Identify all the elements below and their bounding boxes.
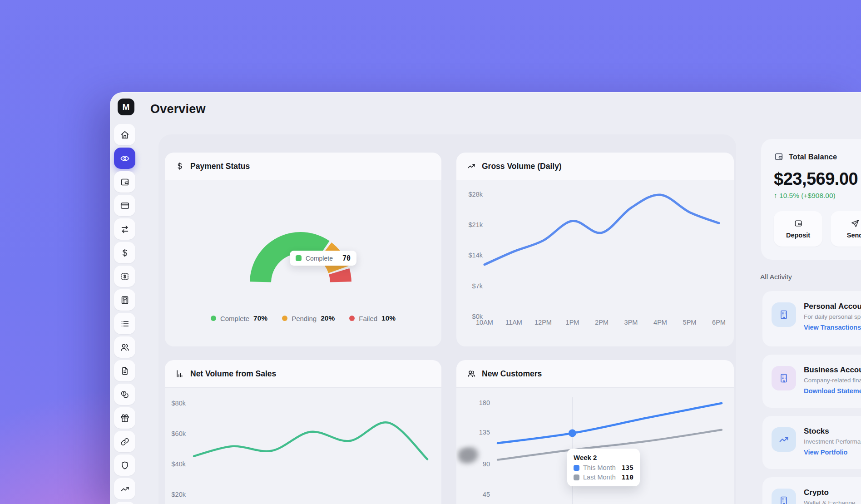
card-title: New Customers	[482, 369, 542, 379]
sidebar	[114, 124, 135, 504]
list-icon	[120, 319, 130, 329]
y-axis-tick: $21k	[456, 221, 483, 228]
shield-icon	[120, 460, 130, 470]
tooltip-label: This Month	[583, 464, 616, 471]
total-balance-card: Total Balance $23,569.00 ↑ 10.5% (+$908.…	[761, 139, 861, 260]
gross-volume-header: Gross Volume (Daily)	[456, 153, 734, 180]
sidebar-item-links[interactable]	[114, 431, 135, 452]
activity-item-content: Business Account Company-related finance…	[804, 366, 861, 395]
legend-value: 20%	[321, 314, 335, 322]
chart-tooltip: Week 2 This Month 135 Last Month 110	[567, 449, 640, 486]
dashboard-panel: M Overview	[110, 92, 861, 504]
sidebar-item-home[interactable]	[114, 124, 135, 145]
trending-up-icon	[778, 434, 789, 445]
all-activity-title: All Activity	[760, 273, 792, 281]
tooltip-value: 70	[342, 254, 351, 262]
view-transactions-link[interactable]: View Transactions	[804, 324, 861, 331]
new-customers-card: New Customers 180 135 90 45 Week 2 This …	[456, 360, 734, 504]
sidebar-item-rewards[interactable]	[114, 407, 135, 429]
sidebar-item-invoices[interactable]	[114, 266, 135, 287]
account-tile	[772, 302, 796, 327]
y-axis-tick: $14k	[456, 252, 483, 259]
sidebar-item-analytics[interactable]	[114, 478, 135, 499]
x-axis-tick: 12PM	[531, 319, 555, 326]
arrows-left-right-icon	[120, 224, 130, 234]
activity-item-title: Personal Account	[804, 302, 861, 311]
sidebar-item-overview[interactable]	[114, 148, 135, 169]
tooltip-value: 135	[622, 464, 633, 471]
dollar-icon	[175, 162, 184, 171]
tooltip-title: Week 2	[574, 454, 633, 461]
sidebar-item-customers[interactable]	[114, 336, 135, 358]
x-axis-tick: 11AM	[502, 319, 526, 326]
gross-volume-line-chart	[456, 153, 734, 346]
card-title: Net Volume from Sales	[190, 369, 276, 379]
trending-up-icon	[467, 162, 476, 171]
sidebar-item-documents[interactable]	[114, 360, 135, 381]
y-axis-tick: $28k	[456, 191, 483, 198]
tooltip-swatch-this-month	[574, 465, 579, 471]
credit-card-icon	[120, 201, 130, 211]
activity-item-crypto: Crypto Wallet & Exchange	[762, 477, 861, 504]
stocks-tile	[772, 427, 796, 452]
legend-label: Pending	[292, 315, 317, 322]
activity-item-subtitle: Company-related finances	[804, 377, 861, 384]
wallet-icon	[794, 219, 803, 228]
gift-icon	[120, 413, 130, 423]
legend-dot-failed	[349, 316, 355, 321]
sidebar-item-devices[interactable]	[114, 502, 135, 504]
gauge-tooltip: Complete 70	[290, 251, 356, 266]
wallet-icon	[120, 177, 130, 187]
link-icon	[120, 437, 130, 447]
legend-value: 10%	[381, 314, 396, 322]
sidebar-item-payments[interactable]	[114, 242, 135, 263]
view-portfolio-link[interactable]: View Portfolio	[804, 449, 847, 456]
sidebar-item-cards[interactable]	[114, 195, 135, 216]
y-axis-tick: $7k	[456, 282, 483, 290]
y-axis-tick: 180	[456, 399, 490, 406]
send-button[interactable]: Send	[831, 211, 861, 247]
card-title: Gross Volume (Daily)	[482, 162, 562, 171]
activity-item-content: Stocks Investment Performance View Portf…	[804, 427, 861, 456]
home-icon	[120, 130, 130, 140]
users-icon	[467, 369, 476, 378]
y-axis-tick: $20k	[165, 491, 186, 498]
legend-dot-complete	[211, 316, 216, 321]
legend-label: Complete	[220, 315, 249, 322]
deposit-button[interactable]: Deposit	[774, 211, 822, 247]
sidebar-item-security[interactable]	[114, 455, 135, 476]
x-axis-tick: 6PM	[707, 319, 731, 326]
legend-item: Complete 70%	[211, 314, 267, 322]
balance-amount: $23,569.00	[774, 169, 861, 189]
eye-icon	[120, 153, 130, 163]
tooltip-label: Last Month	[583, 474, 616, 481]
building-icon	[778, 373, 789, 384]
download-statement-link[interactable]: Download Statement	[804, 387, 861, 395]
x-axis-tick: 5PM	[678, 319, 702, 326]
balance-label: Total Balance	[789, 153, 837, 161]
wallet-icon	[774, 152, 784, 162]
app-logo[interactable]: M	[118, 99, 134, 115]
payment-status-card: Payment Status Complete 70 Complete 70% …	[165, 153, 441, 346]
tooltip-row: This Month 135	[574, 464, 633, 471]
activity-item-subtitle: Investment Performance	[804, 438, 861, 445]
sidebar-item-coins[interactable]	[114, 384, 135, 405]
sidebar-item-wallet[interactable]	[114, 171, 135, 193]
activity-item-content: Personal Account For daily personal spen…	[804, 302, 861, 331]
legend-label: Failed	[359, 315, 377, 322]
sidebar-item-transfers[interactable]	[114, 218, 135, 240]
sidebar-item-calculator[interactable]	[114, 289, 135, 311]
building-icon	[778, 495, 789, 504]
activity-item-title: Business Account	[804, 366, 861, 375]
activity-item-subtitle: Wallet & Exchange	[804, 499, 856, 504]
tooltip-swatch-last-month	[574, 474, 579, 480]
x-axis-tick: 3PM	[619, 319, 643, 326]
y-axis-tick: 135	[456, 429, 490, 436]
payment-status-header: Payment Status	[165, 153, 441, 180]
balance-change: ↑ 10.5% (+$908.00)	[774, 192, 861, 200]
sidebar-item-lists[interactable]	[114, 313, 135, 334]
send-icon	[851, 219, 860, 228]
calculator-icon	[120, 295, 130, 305]
receipt-icon	[120, 272, 130, 282]
dollar-icon	[120, 248, 130, 258]
